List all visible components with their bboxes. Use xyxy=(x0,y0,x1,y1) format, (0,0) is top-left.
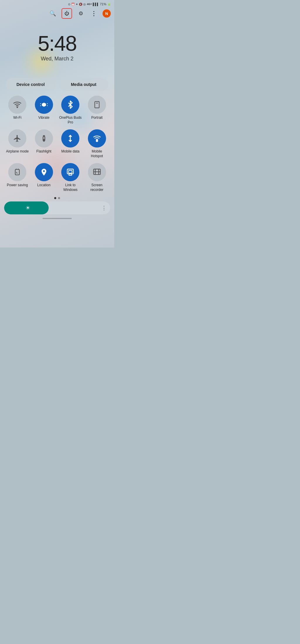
location-label: Location xyxy=(37,183,50,188)
airplane-label: Airplane mode xyxy=(6,149,29,154)
vibrate-label: Vibrate xyxy=(38,116,50,120)
powersaving-label: Power saving xyxy=(7,183,28,188)
search-button[interactable]: 🔍 xyxy=(49,9,57,18)
signal-icon: ▌▌▌ xyxy=(93,3,99,6)
media-output-button[interactable]: Media output xyxy=(59,78,108,91)
device-control-button[interactable]: Device control xyxy=(6,78,55,91)
tile-powersaving[interactable]: Power saving xyxy=(6,163,29,192)
screenrecorder-label: Screen recorder xyxy=(85,183,109,192)
tile-oneplus[interactable]: OnePlus Buds Pro xyxy=(59,96,82,125)
more-button[interactable]: ⋮ xyxy=(90,9,98,18)
avatar-label: N xyxy=(105,11,108,16)
wifi-icon-circle xyxy=(8,96,26,114)
tile-flashlight[interactable]: Flashlight xyxy=(32,129,56,158)
status-bar: ⊙ ⏰ ✦ 🔇 ◎ 4G+ ▌▌▌ 71% 🔋 xyxy=(0,0,114,7)
tiles-row-1: Wi-Fi Vibrate OnePlus Buds Pro Portrait xyxy=(4,96,110,125)
avatar[interactable]: N xyxy=(103,9,111,18)
mobiledata-icon-circle xyxy=(61,129,79,148)
hotspot-icon-circle xyxy=(88,129,106,148)
tile-vibrate[interactable]: Vibrate xyxy=(32,96,56,125)
nfc-icon: ◎ xyxy=(83,3,86,6)
airplane-icon-circle xyxy=(8,129,26,148)
clock-time: 5:48 xyxy=(0,33,114,54)
portrait-label: Portrait xyxy=(91,116,103,120)
mute-icon: 🔇 xyxy=(79,3,82,6)
power-button[interactable]: ⏻ xyxy=(62,8,72,19)
tiles-row-3: Power saving Location Link to Windows Sc… xyxy=(4,163,110,192)
pagination-dot-2 xyxy=(58,197,60,199)
top-actions: 🔍 ⏻ ⚙ ⋮ N xyxy=(0,7,114,21)
settings-icon: ⚙ xyxy=(79,10,83,17)
clock-section: 5:48 Wed, March 2 xyxy=(0,33,114,62)
hotspot-label: Mobile Hotspot xyxy=(85,149,109,158)
screenrecorder-icon-circle xyxy=(88,163,106,181)
home-bar-line xyxy=(42,218,72,219)
brightness-slider[interactable]: ☀ ⋮ xyxy=(4,201,110,214)
flashlight-label: Flashlight xyxy=(36,149,51,154)
network-type-icon: 4G+ xyxy=(87,3,92,6)
oneplus-label: OnePlus Buds Pro xyxy=(59,116,82,125)
svg-rect-8 xyxy=(96,139,98,142)
tile-airplane[interactable]: Airplane mode xyxy=(6,129,29,158)
svg-point-0 xyxy=(17,107,18,108)
tile-linktows[interactable]: Link to Windows xyxy=(59,163,82,192)
power-icon: ⏻ xyxy=(63,9,71,18)
wifi-label: Wi-Fi xyxy=(13,116,21,120)
bluetooth-icon: ✦ xyxy=(76,3,78,6)
tiles-section: Wi-Fi Vibrate OnePlus Buds Pro Portrait xyxy=(0,91,114,192)
brightness-more-button[interactable]: ⋮ xyxy=(101,205,107,211)
tile-location[interactable]: Location xyxy=(32,163,56,192)
bluetooth-icon-circle xyxy=(61,96,79,114)
tile-wifi[interactable]: Wi-Fi xyxy=(6,96,29,125)
more-icon: ⋮ xyxy=(91,10,97,17)
battery-text: 71% xyxy=(100,2,106,6)
pagination xyxy=(0,197,114,199)
tile-hotspot[interactable]: Mobile Hotspot xyxy=(85,129,109,158)
tile-portrait[interactable]: Portrait xyxy=(85,96,109,125)
powersaving-icon-circle xyxy=(8,163,26,181)
settings-button[interactable]: ⚙ xyxy=(77,9,85,18)
tile-screenrecorder[interactable]: Screen recorder xyxy=(85,163,109,192)
focus-icon: ⊙ xyxy=(68,3,70,6)
svg-rect-5 xyxy=(95,101,99,108)
linktows-label: Link to Windows xyxy=(59,183,82,192)
home-bar xyxy=(0,218,114,219)
clock-date: Wed, March 2 xyxy=(0,56,114,62)
location-icon-circle xyxy=(35,163,53,181)
tiles-row-2: Airplane mode Flashlight Mobile data Mob… xyxy=(4,129,110,158)
tile-mobiledata[interactable]: Mobile data xyxy=(59,129,82,158)
control-buttons: Device control Media output xyxy=(0,78,114,91)
brightness-fill: ☀ xyxy=(4,201,49,214)
battery-icon: 🔋 xyxy=(107,3,111,6)
svg-rect-13 xyxy=(69,171,72,173)
flashlight-icon-circle xyxy=(35,129,53,148)
pagination-dot-1 xyxy=(54,197,56,199)
mobiledata-label: Mobile data xyxy=(61,149,79,154)
svg-rect-9 xyxy=(15,170,19,175)
search-icon: 🔍 xyxy=(50,10,56,17)
vibrate-icon-circle xyxy=(35,96,53,114)
status-icons: ⊙ ⏰ ✦ 🔇 ◎ 4G+ ▌▌▌ 71% 🔋 xyxy=(68,2,111,6)
brightness-icon: ☀ xyxy=(25,205,30,211)
portrait-icon-circle xyxy=(88,96,106,114)
alarm-icon: ⏰ xyxy=(71,3,75,6)
screen: ⊙ ⏰ ✦ 🔇 ◎ 4G+ ▌▌▌ 71% 🔋 🔍 ⏻ ⚙ ⋮ N 5:48 xyxy=(0,0,114,248)
linktows-icon-circle xyxy=(61,163,79,181)
